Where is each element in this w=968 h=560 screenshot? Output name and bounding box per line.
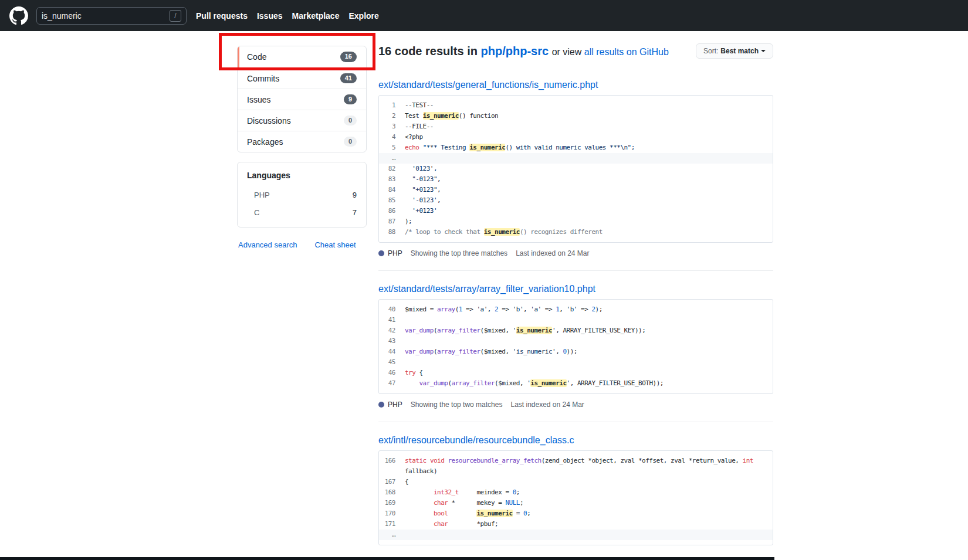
sidebar-links: Advanced search Cheat sheet (237, 240, 367, 249)
line-number: 169 (379, 498, 405, 508)
sidebar-item-commits[interactable]: Commits 41 (238, 67, 366, 89)
code-lines: 1--TEST--2Test is_numeric() function3--F… (379, 100, 773, 237)
count-badge: 0 (344, 116, 357, 125)
result-meta: PHP Showing the top two matches Last ind… (378, 401, 773, 409)
result-file-link[interactable]: ext/standard/tests/general_functions/is_… (378, 80, 598, 90)
language-color-dot (378, 250, 384, 256)
line-number: 166 (379, 456, 405, 466)
code-line: 4<?php (379, 132, 773, 142)
code-line: 170 bool is_numeric = 0; (379, 508, 773, 519)
results-count: 16 code results in (378, 45, 478, 57)
or-view-text: or view (552, 47, 584, 57)
code-text: echo "*** Testing is_numeric() with vali… (405, 142, 773, 153)
count-badge: 9 (344, 94, 357, 104)
language-color-dot (378, 402, 384, 408)
code-line: 3--FILE-- (379, 121, 773, 132)
sort-label: Sort: (703, 47, 718, 55)
count-badge: 41 (340, 73, 357, 83)
sidebar-item-code[interactable]: Code 16 (238, 46, 366, 67)
github-logo-icon[interactable] (9, 6, 28, 25)
code-line: 87); (379, 216, 773, 227)
top-navigation-bar: is_numeric / Pull requests Issues Market… (0, 0, 968, 31)
line-number: 87 (379, 216, 405, 227)
search-match-highlight: is_numeric (516, 327, 552, 334)
line-number: 42 (379, 325, 405, 336)
search-result: ext/standard/tests/general_functions/is_… (378, 80, 773, 257)
code-snippet-card: 1--TEST--2Test is_numeric() function3--F… (378, 95, 773, 243)
code-line: 82 '0123', (379, 164, 773, 174)
nav-pull-requests[interactable]: Pull requests (196, 11, 248, 21)
line-number: 88 (379, 227, 405, 237)
code-line: 166static void resourcebundle_array_fetc… (379, 456, 773, 466)
sort-dropdown[interactable]: Sort: Best match (696, 43, 773, 59)
code-text: var_dump(array_filter($mixed, 'is_numeri… (405, 347, 773, 357)
all-results-link[interactable]: all results on GitHub (584, 47, 669, 57)
result-file-link[interactable]: ext/standard/tests/array/array_filter_va… (378, 284, 595, 294)
code-text: /* loop to check that is_numeric() recog… (405, 227, 773, 237)
count-badge: 0 (344, 137, 357, 147)
language-filter-php[interactable]: PHP 9 (247, 186, 357, 203)
line-number: 170 (379, 508, 405, 519)
code-text: '0123', (405, 164, 773, 174)
nav-explore[interactable]: Explore (348, 11, 378, 21)
line-number: 171 (379, 519, 405, 530)
code-line: 85 '-0123', (379, 195, 773, 206)
line-number: 167 (379, 477, 405, 487)
indexed-text: Last indexed on 24 Mar (510, 401, 584, 409)
line-number: 83 (379, 174, 405, 185)
sidebar-item-packages[interactable]: Packages 0 (238, 131, 366, 152)
code-text: '-0123', (405, 195, 773, 206)
result-file-link[interactable]: ext/intl/resourcebundle/resourcebundle_c… (378, 435, 574, 446)
code-text: <?php (405, 132, 773, 142)
line-number: 41 (379, 315, 405, 325)
code-text: char * mekey = NULL; (405, 498, 773, 508)
language-filter-c[interactable]: C 7 (247, 203, 357, 221)
code-line: 167{ (379, 477, 773, 487)
code-line: 43 (379, 336, 773, 347)
search-query-text: is_numeric (42, 11, 170, 21)
code-text: var_dump(array_filter($mixed, 'is_numeri… (405, 378, 773, 389)
matches-text: Showing the top two matches (411, 401, 503, 409)
code-line: 5echo "*** Testing is_numeric() with val… (379, 142, 773, 153)
search-input[interactable]: is_numeric / (36, 7, 187, 25)
sidebar-item-label: Commits (247, 74, 340, 83)
sort-value: Best match (720, 47, 759, 55)
slash-shortcut-key: / (170, 10, 181, 22)
sidebar-item-issues[interactable]: Issues 9 (238, 89, 366, 110)
bottom-edge-bar (0, 557, 774, 560)
result-language: PHP (388, 401, 402, 409)
language-name: PHP (254, 191, 353, 199)
line-number: 4 (379, 132, 405, 142)
nav-marketplace[interactable]: Marketplace (292, 11, 340, 21)
code-text (405, 357, 773, 368)
repo-link[interactable]: php/php-src (481, 45, 549, 57)
code-line: 42var_dump(array_filter($mixed, 'is_nume… (379, 325, 773, 336)
line-number: 3 (379, 121, 405, 132)
sidebar-item-discussions[interactable]: Discussions 0 (238, 110, 366, 131)
line-number: 86 (379, 206, 405, 216)
cheat-sheet-link[interactable]: Cheat sheet (314, 240, 356, 249)
languages-title: Languages (247, 171, 357, 180)
search-result: ext/intl/resourcebundle/resourcebundle_c… (378, 435, 773, 545)
code-text: '+0123' (405, 206, 773, 216)
code-text (405, 336, 773, 347)
code-line: 2Test is_numeric() function (379, 111, 773, 121)
code-lines: 166static void resourcebundle_array_fetc… (379, 456, 773, 540)
result-type-menu: Code 16 Commits 41 Issues 9 Discussions … (237, 46, 367, 152)
sidebar-item-label: Discussions (247, 116, 344, 125)
nav-issues[interactable]: Issues (257, 11, 283, 21)
code-text: Test is_numeric() function (405, 111, 773, 121)
search-result: ext/standard/tests/array/array_filter_va… (378, 284, 773, 409)
sidebar-item-label: Packages (247, 137, 344, 147)
line-number: 47 (379, 378, 405, 389)
code-text (405, 530, 773, 540)
code-line: 45 (379, 357, 773, 368)
code-line: 171 char *pbuf; (379, 519, 773, 530)
code-line: 46try { (379, 368, 773, 378)
code-text: static void resourcebundle_array_fetch(z… (405, 456, 773, 466)
code-line: … (379, 153, 773, 164)
code-line: 44var_dump(array_filter($mixed, 'is_nume… (379, 347, 773, 357)
top-nav-links: Pull requests Issues Marketplace Explore (196, 11, 379, 21)
advanced-search-link[interactable]: Advanced search (238, 240, 297, 249)
search-match-highlight: is_numeric (469, 144, 505, 151)
